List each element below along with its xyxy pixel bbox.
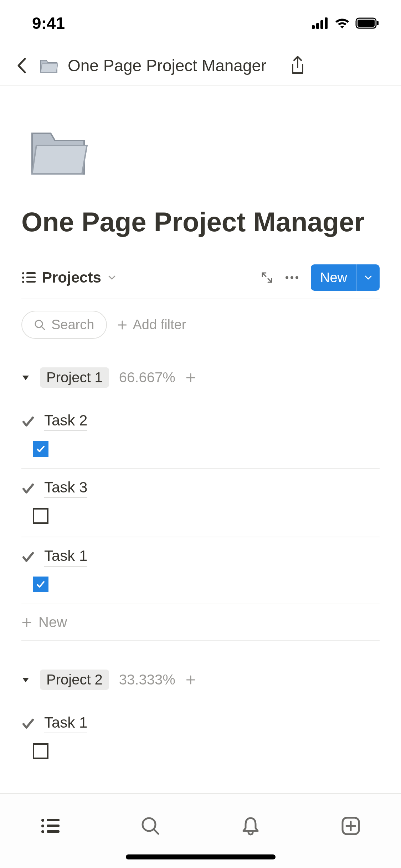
task-row[interactable]: Task 1 xyxy=(21,537,380,604)
view-name: Projects xyxy=(42,269,101,286)
task-checkbox[interactable] xyxy=(33,577,48,592)
svg-rect-2 xyxy=(320,20,323,29)
search-label: Search xyxy=(51,317,94,332)
svg-rect-6 xyxy=(377,21,379,25)
task-row[interactable]: Task 2 xyxy=(21,402,380,469)
nav-title-wrap[interactable]: One Page Project Manager xyxy=(38,55,277,76)
plus-icon xyxy=(117,320,128,330)
new-button-label: New xyxy=(311,270,356,285)
cellular-icon xyxy=(312,17,329,29)
add-filter-button[interactable]: Add filter xyxy=(117,317,186,332)
caret-down-icon[interactable] xyxy=(21,374,30,381)
filter-row: Search Add filter xyxy=(21,299,380,339)
expand-button[interactable] xyxy=(261,272,273,284)
svg-rect-10 xyxy=(26,277,36,278)
svg-point-21 xyxy=(41,830,44,833)
svg-point-17 xyxy=(41,819,44,822)
search-button[interactable]: Search xyxy=(21,311,107,339)
svg-rect-3 xyxy=(325,17,328,29)
task-name[interactable]: Task 1 xyxy=(44,714,87,733)
svg-rect-22 xyxy=(47,830,60,833)
svg-point-11 xyxy=(22,281,24,283)
page-title[interactable]: One Page Project Manager xyxy=(21,205,380,239)
group-add-button[interactable] xyxy=(185,675,196,685)
group-add-button[interactable] xyxy=(185,372,196,383)
new-task-button[interactable]: New xyxy=(21,604,380,641)
svg-rect-0 xyxy=(312,25,315,29)
svg-rect-18 xyxy=(47,819,60,821)
add-filter-label: Add filter xyxy=(133,317,186,332)
wifi-icon xyxy=(334,17,350,29)
task-name[interactable]: Task 3 xyxy=(44,479,87,498)
list-icon xyxy=(21,272,36,284)
group-name[interactable]: Project 2 xyxy=(40,670,109,690)
task-checkbox[interactable] xyxy=(33,441,48,457)
share-button[interactable] xyxy=(287,55,308,76)
svg-rect-12 xyxy=(26,281,36,283)
chevron-down-icon xyxy=(108,275,116,280)
status-time: 9:41 xyxy=(32,14,65,33)
task-checkbox[interactable] xyxy=(33,743,48,759)
svg-point-19 xyxy=(41,825,44,827)
task-row[interactable]: Task 3 xyxy=(21,469,380,537)
more-button[interactable] xyxy=(285,276,299,279)
search-icon xyxy=(34,319,46,331)
status-indicators xyxy=(312,17,380,29)
svg-point-7 xyxy=(22,272,24,274)
new-button[interactable]: New xyxy=(311,264,380,291)
checkmark-icon xyxy=(21,717,35,730)
group: Project 1 66.667% Task 2 xyxy=(21,367,380,641)
battery-icon xyxy=(355,17,380,29)
svg-rect-5 xyxy=(358,20,375,27)
svg-point-13 xyxy=(286,276,288,279)
nav-create-button[interactable] xyxy=(336,812,365,840)
back-button[interactable] xyxy=(14,58,29,73)
checkmark-icon xyxy=(21,550,35,564)
view-selector[interactable]: Projects xyxy=(21,269,116,286)
group-header[interactable]: Project 2 33.333% xyxy=(21,670,380,690)
nav-home-button[interactable] xyxy=(36,812,65,840)
group-name[interactable]: Project 1 xyxy=(40,367,109,388)
nav-title: One Page Project Manager xyxy=(68,56,266,75)
task-row[interactable]: Task 1 xyxy=(21,704,380,772)
checkmark-icon xyxy=(21,415,35,428)
svg-point-9 xyxy=(22,277,24,279)
task-name[interactable]: Task 2 xyxy=(44,412,87,431)
svg-point-14 xyxy=(291,276,293,279)
group-percent: 66.667% xyxy=(119,370,175,386)
page-icon[interactable] xyxy=(24,118,92,185)
home-indicator[interactable] xyxy=(126,854,276,859)
nav-notifications-button[interactable] xyxy=(236,812,265,840)
nav-bar: One Page Project Manager xyxy=(0,46,401,86)
new-button-dropdown[interactable] xyxy=(357,275,380,280)
task-name[interactable]: Task 1 xyxy=(44,547,87,567)
task-checkbox[interactable] xyxy=(33,508,48,524)
group-header[interactable]: Project 1 66.667% xyxy=(21,367,380,388)
plus-icon xyxy=(21,617,32,628)
svg-point-15 xyxy=(295,276,298,279)
svg-rect-1 xyxy=(316,23,319,29)
nav-search-button[interactable] xyxy=(136,812,165,840)
status-bar: 9:41 xyxy=(0,0,401,46)
svg-rect-8 xyxy=(26,272,36,274)
new-task-label: New xyxy=(38,614,67,630)
group-percent: 33.333% xyxy=(119,672,175,688)
caret-down-icon[interactable] xyxy=(21,676,30,683)
view-row: Projects New xyxy=(21,257,380,299)
svg-rect-20 xyxy=(47,825,60,827)
folder-icon xyxy=(38,55,59,76)
group: Project 2 33.333% Task 1 xyxy=(21,670,380,772)
checkmark-icon xyxy=(21,482,35,495)
